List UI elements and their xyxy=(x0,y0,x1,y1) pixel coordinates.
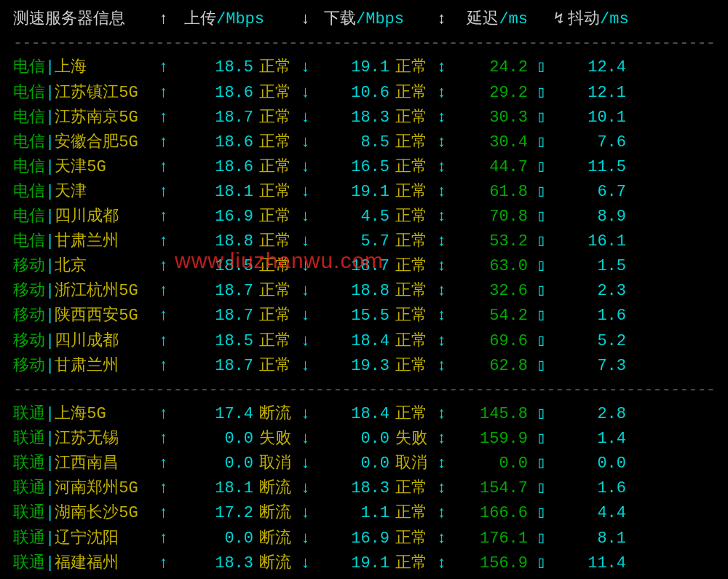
box-icon: ▯ xyxy=(528,229,550,254)
server-cell: 电信|天津 xyxy=(13,180,159,205)
table-row: 联通|江西南昌 ↑ 0.0 取消 ↓ 0.0 取消 ↕ 0.0 ▯ 0.0 xyxy=(13,452,715,476)
arrow-down-icon: ↓ xyxy=(301,106,324,130)
table-body: 电信|上海 ↑ 18.5 正常 ↓ 19.1 正常 ↕ 24.2 ▯ 12.4 … xyxy=(13,55,715,579)
download-status: 正常 xyxy=(389,81,437,106)
upload-status: 断流 xyxy=(253,551,301,576)
latency-value: 145.8 xyxy=(459,402,528,427)
header-arrow-updown: ↕ xyxy=(437,7,459,32)
table-row: 联通|上海5G ↑ 17.4 断流 ↓ 18.4 正常 ↕ 145.8 ▯ 2.… xyxy=(13,402,715,427)
jitter-value: 7.6 xyxy=(568,130,626,155)
upload-value: 18.1 xyxy=(184,476,253,501)
latency-value: 62.8 xyxy=(459,354,528,379)
upload-status: 正常 xyxy=(253,180,301,205)
jitter-value: 2.8 xyxy=(568,402,626,427)
arrow-updown-icon: ↕ xyxy=(437,229,459,254)
jitter-value: 4.4 xyxy=(568,501,626,526)
download-value: 5.7 xyxy=(324,229,389,254)
upload-status: 正常 xyxy=(253,279,301,304)
server-cell: 联通|福建福州 xyxy=(13,551,159,576)
arrow-updown-icon: ↕ xyxy=(437,476,459,501)
download-value: 10.6 xyxy=(324,81,389,106)
arrow-down-icon: ↓ xyxy=(301,81,324,106)
upload-value: 18.7 xyxy=(184,279,253,304)
download-status: 正常 xyxy=(389,130,437,155)
upload-value: 18.6 xyxy=(184,130,253,155)
jitter-value: 1.4 xyxy=(568,427,626,452)
download-status: 正常 xyxy=(389,155,437,180)
header-bolt: ↯ xyxy=(550,7,568,32)
upload-value: 0.0 xyxy=(184,427,253,452)
upload-status: 取消 xyxy=(253,452,301,476)
download-status: 正常 xyxy=(389,551,437,576)
arrow-updown-icon: ↕ xyxy=(437,81,459,106)
server-cell: 电信|天津5G xyxy=(13,155,159,180)
arrow-up-icon: ↑ xyxy=(159,155,184,180)
latency-value: 61.8 xyxy=(459,180,528,205)
jitter-value: 12.4 xyxy=(568,55,626,80)
arrow-updown-icon: ↕ xyxy=(437,354,459,379)
latency-value: 159.9 xyxy=(459,427,528,452)
upload-status: 断流 xyxy=(253,402,301,427)
header-server: 测速服务器信息 xyxy=(13,7,159,32)
jitter-value: 1.6 xyxy=(568,476,626,501)
arrow-up-icon: ↑ xyxy=(159,205,184,229)
arrow-up-icon: ↑ xyxy=(159,427,184,452)
upload-value: 18.6 xyxy=(184,155,253,180)
arrow-down-icon: ↓ xyxy=(301,402,324,427)
download-value: 18.4 xyxy=(324,329,389,354)
arrow-down-icon: ↓ xyxy=(301,229,324,254)
box-icon: ▯ xyxy=(528,427,550,452)
latency-value: 176.1 xyxy=(459,527,528,551)
box-icon: ▯ xyxy=(528,155,550,180)
upload-status: 正常 xyxy=(253,106,301,130)
table-row: 电信|江苏镇江5G ↑ 18.6 正常 ↓ 10.6 正常 ↕ 29.2 ▯ 1… xyxy=(13,81,715,106)
arrow-updown-icon: ↕ xyxy=(437,254,459,279)
box-icon: ▯ xyxy=(528,106,550,130)
download-value: 19.1 xyxy=(324,551,389,576)
upload-value: 18.5 xyxy=(184,55,253,80)
arrow-updown-icon: ↕ xyxy=(437,130,459,155)
upload-value: 18.1 xyxy=(184,180,253,205)
arrow-up-icon: ↑ xyxy=(159,501,184,526)
upload-status: 断流 xyxy=(253,527,301,551)
upload-status: 正常 xyxy=(253,81,301,106)
box-icon: ▯ xyxy=(528,304,550,328)
arrow-up-icon: ↑ xyxy=(159,304,184,328)
arrow-up-icon: ↑ xyxy=(159,106,184,130)
arrow-up-icon: ↑ xyxy=(159,81,184,106)
latency-value: 166.6 xyxy=(459,501,528,526)
arrow-up-icon: ↑ xyxy=(159,527,184,551)
box-icon: ▯ xyxy=(528,205,550,229)
arrow-updown-icon: ↕ xyxy=(437,527,459,551)
upload-status: 正常 xyxy=(253,130,301,155)
download-value: 4.5 xyxy=(324,205,389,229)
upload-value: 16.9 xyxy=(184,205,253,229)
arrow-down-icon: ↓ xyxy=(301,130,324,155)
upload-status: 正常 xyxy=(253,155,301,180)
box-icon: ▯ xyxy=(528,254,550,279)
arrow-down-icon: ↓ xyxy=(301,354,324,379)
box-icon: ▯ xyxy=(528,180,550,205)
server-cell: 电信|甘肃兰州 xyxy=(13,229,159,254)
arrow-updown-icon: ↕ xyxy=(437,279,459,304)
server-cell: 移动|北京 xyxy=(13,254,159,279)
arrow-down-icon: ↓ xyxy=(301,180,324,205)
latency-value: 29.2 xyxy=(459,81,528,106)
server-cell: 联通|江西南昌 xyxy=(13,452,159,476)
box-icon: ▯ xyxy=(528,279,550,304)
arrow-down-icon: ↓ xyxy=(301,155,324,180)
jitter-value: 11.5 xyxy=(568,155,626,180)
latency-value: 156.9 xyxy=(459,551,528,576)
arrow-down-icon: ↓ xyxy=(301,452,324,476)
upload-value: 0.0 xyxy=(184,452,253,476)
table-row: 联通|辽宁沈阳 ↑ 0.0 断流 ↓ 16.9 正常 ↕ 176.1 ▯ 8.1 xyxy=(13,527,715,551)
header-arrow-up: ↑ xyxy=(159,7,184,32)
server-cell: 联通|湖南长沙5G xyxy=(13,501,159,526)
download-value: 18.8 xyxy=(324,279,389,304)
arrow-up-icon: ↑ xyxy=(159,402,184,427)
table-row: 电信|安徽合肥5G ↑ 18.6 正常 ↓ 8.5 正常 ↕ 30.4 ▯ 7.… xyxy=(13,130,715,155)
box-icon: ▯ xyxy=(528,329,550,354)
upload-value: 18.7 xyxy=(184,304,253,328)
download-value: 18.3 xyxy=(324,106,389,130)
upload-status: 正常 xyxy=(253,329,301,354)
